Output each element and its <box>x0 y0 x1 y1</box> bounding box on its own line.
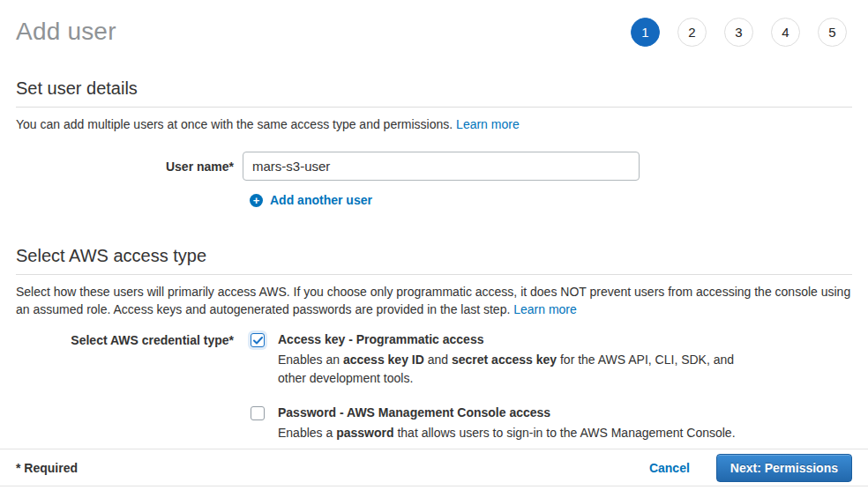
add-user-wizard-page: Add user 1 2 3 4 5 Set user details You … <box>0 0 868 490</box>
wizard-footer: * Required Cancel Next: Permissions <box>0 449 868 486</box>
select-access-type-section: Select AWS access type Select how these … <box>16 246 852 442</box>
page-title: Add user <box>16 14 116 46</box>
set-user-details-description: You can add multiple users at once with … <box>16 115 852 133</box>
username-input[interactable] <box>243 152 640 181</box>
required-note: * Required <box>16 461 78 475</box>
username-row: User name* <box>16 152 852 181</box>
description-text: You can add multiple users at once with … <box>16 117 453 131</box>
credential-type-row: Select AWS credential type* Access key -… <box>16 332 852 442</box>
password-option-title: Password - AWS Management Console access <box>278 405 736 419</box>
learn-more-link-access-type[interactable]: Learn more <box>513 302 577 316</box>
select-access-type-description: Select how these users will primarily ac… <box>16 283 852 318</box>
password-checkbox[interactable] <box>251 406 265 420</box>
step-1-active: 1 <box>631 18 660 47</box>
access-key-option-title: Access key - Programmatic access <box>278 332 759 346</box>
add-another-user-link[interactable]: Add another user <box>270 193 372 207</box>
access-key-option: Access key - Programmatic access Enables… <box>251 332 759 388</box>
password-option: Password - AWS Management Console access… <box>251 405 759 442</box>
select-access-type-heading: Select AWS access type <box>16 246 852 275</box>
password-option-description: Enables a password that allows users to … <box>278 424 736 442</box>
step-3: 3 <box>724 18 753 47</box>
add-another-user-row[interactable]: + Add another user <box>250 193 852 207</box>
next-permissions-button[interactable]: Next: Permissions <box>716 454 852 482</box>
credential-type-label: Select AWS credential type* <box>16 332 234 347</box>
username-label: User name* <box>16 160 234 174</box>
access-key-checkbox[interactable] <box>251 333 265 347</box>
set-user-details-section: Set user details You can add multiple us… <box>16 78 852 207</box>
access-key-option-description: Enables an access key ID and secret acce… <box>278 351 759 388</box>
plus-circle-icon: + <box>250 194 263 207</box>
wizard-step-indicator: 1 2 3 4 5 <box>631 14 852 47</box>
step-5: 5 <box>818 18 847 47</box>
cancel-link[interactable]: Cancel <box>649 461 690 475</box>
step-4: 4 <box>771 18 800 47</box>
page-header: Add user 1 2 3 4 5 <box>0 0 868 47</box>
step-2: 2 <box>677 18 707 47</box>
learn-more-link-user-details[interactable]: Learn more <box>456 117 520 131</box>
set-user-details-heading: Set user details <box>16 78 852 108</box>
description-text: Select how these users will primarily ac… <box>16 285 850 316</box>
check-icon <box>253 337 263 345</box>
